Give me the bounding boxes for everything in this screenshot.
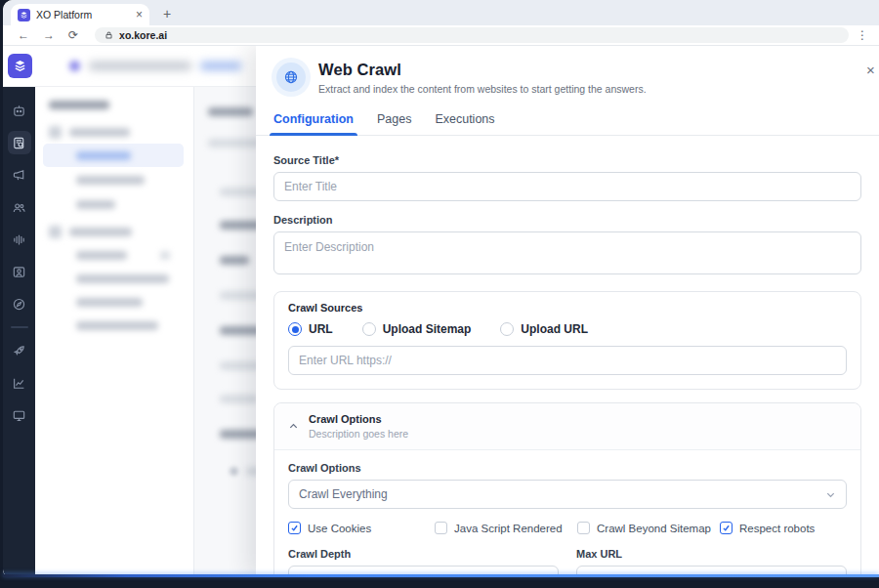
description-label: Description: [273, 214, 861, 226]
radio-unselected-icon: [500, 322, 514, 336]
tab-pages[interactable]: Pages: [377, 112, 411, 135]
monitor-icon[interactable]: [8, 403, 31, 427]
checkbox-javascript-rendered[interactable]: Java Script Rendered: [435, 522, 577, 534]
crawl-options-card: Crawl Options Description goes here Craw…: [273, 402, 861, 577]
radio-upload-sitemap[interactable]: Upload Sitemap: [362, 322, 472, 336]
drawer-tabs: Configuration Pages Executions: [256, 112, 879, 136]
sidebar-item-active-label: [76, 151, 131, 160]
browser-tab[interactable]: XO Platform ×: [11, 4, 149, 25]
tab-close-icon[interactable]: ×: [136, 9, 143, 21]
checkbox-checked-icon: [288, 522, 301, 534]
workspace-avatar: [69, 61, 80, 71]
lock-icon: [105, 30, 113, 40]
drawer-subtitle: Extract and index the content from websi…: [318, 83, 647, 95]
sidebar-item[interactable]: [76, 200, 115, 209]
compass-icon[interactable]: [8, 292, 31, 315]
radio-upload-sitemap-label: Upload Sitemap: [383, 322, 472, 336]
rail-divider: [11, 326, 28, 328]
source-title-label: Source Title*: [273, 154, 861, 166]
bot-icon[interactable]: [8, 99, 31, 122]
checkbox-respect-robots[interactable]: Respect robots: [720, 522, 847, 534]
new-tab-icon[interactable]: +: [163, 6, 171, 21]
sidebar-item[interactable]: [49, 126, 130, 139]
content-text-placeholder: [220, 251, 249, 269]
rocket-icon[interactable]: [8, 339, 31, 362]
account-switcher-blurred[interactable]: [69, 61, 241, 71]
sidebar-item[interactable]: [76, 321, 158, 330]
sidebar-item[interactable]: [49, 226, 132, 238]
crawl-options-select-label: Crawl Options: [288, 462, 847, 474]
sidebar-item[interactable]: [76, 176, 145, 185]
description-input[interactable]: [273, 231, 861, 274]
browser-window: XO Platform × + ← → ⟳ xo.kore.ai ⋮: [3, 0, 879, 577]
sidebar-section-heading: [49, 101, 109, 109]
browser-menu-icon[interactable]: ⋮: [857, 28, 867, 42]
address-bar[interactable]: xo.kore.ai: [95, 27, 849, 43]
web-globe-icon: [276, 63, 306, 92]
crawl-source-radio-group: URL Upload Sitemap Upload URL: [288, 322, 847, 336]
back-icon[interactable]: ←: [18, 29, 29, 41]
knowledge-search-icon[interactable]: [8, 131, 31, 154]
chevron-up-icon: [288, 421, 299, 432]
crawl-limits-row: Crawl Depth Max URL: [288, 548, 847, 577]
browser-toolbar: ← → ⟳ xo.kore.ai ⋮: [3, 25, 879, 46]
xo-platform-favicon: [18, 9, 30, 21]
tab-title: XO Platform: [36, 9, 130, 21]
sidebar-item[interactable]: [76, 274, 169, 283]
crawl-options-subtitle: Description goes here: [309, 428, 408, 440]
source-title-input[interactable]: [273, 172, 861, 201]
crawl-options-checkboxes: Use Cookies Java Script Rendered Crawl B…: [288, 522, 847, 534]
refresh-icon[interactable]: ⟳: [68, 29, 78, 41]
web-crawl-drawer: Web Crawl Extract and index the content …: [256, 46, 879, 577]
crawl-depth-label: Crawl Depth: [288, 548, 559, 560]
xo-platform-app: Web Crawl Extract and index the content …: [3, 46, 879, 577]
browser-tab-strip: XO Platform × +: [3, 0, 879, 25]
crawl-options-body: Crawl Options Crawl Everything Use Cooki…: [274, 450, 860, 577]
checkbox-unchecked-icon: [577, 522, 590, 534]
checkbox-javascript-rendered-label: Java Script Rendered: [454, 523, 563, 534]
crawl-url-input[interactable]: [288, 346, 847, 375]
url-text: xo.kore.ai: [119, 29, 167, 41]
checkbox-use-cookies[interactable]: Use Cookies: [288, 522, 435, 534]
drawer-header: Web Crawl Extract and index the content …: [256, 46, 879, 103]
radio-upload-url[interactable]: Upload URL: [500, 322, 588, 336]
sidebar-item[interactable]: [76, 251, 170, 260]
switch-link-placeholder: [200, 62, 241, 70]
checkbox-respect-robots-label: Respect robots: [739, 523, 815, 534]
checkbox-checked-icon: [720, 522, 732, 534]
close-icon[interactable]: ×: [866, 62, 879, 78]
tab-configuration[interactable]: Configuration: [273, 112, 354, 135]
content-heading-placeholder: [208, 103, 253, 120]
drawer-title: Web Crawl: [318, 61, 647, 79]
crawl-sources-title: Crawl Sources: [288, 302, 847, 314]
kore-logo[interactable]: [8, 54, 32, 78]
crawl-options-header[interactable]: Crawl Options Description goes here: [274, 403, 860, 450]
workspace-name-placeholder: [89, 62, 191, 70]
radio-upload-url-label: Upload URL: [521, 322, 588, 336]
crawl-options-select-value: Crawl Everything: [299, 487, 388, 501]
users-icon[interactable]: [8, 195, 31, 219]
agent-card-icon[interactable]: [8, 260, 31, 283]
waveform-icon[interactable]: [8, 228, 31, 251]
forward-icon[interactable]: →: [43, 29, 55, 41]
analytics-chart-icon[interactable]: [8, 371, 31, 395]
secondary-sidebar-blurred: [35, 87, 194, 577]
checkbox-use-cookies-label: Use Cookies: [308, 523, 371, 534]
configuration-form: Source Title* Description Crawl Sources …: [256, 136, 879, 577]
radio-unselected-icon: [362, 322, 376, 336]
checkbox-unchecked-icon: [435, 522, 447, 534]
checkbox-crawl-beyond-sitemap-label: Crawl Beyond Sitemap: [597, 523, 711, 534]
left-icon-rail: [3, 87, 35, 577]
tab-executions[interactable]: Executions: [435, 112, 494, 135]
crawl-options-title: Crawl Options: [309, 413, 408, 425]
crawl-sources-card: Crawl Sources URL Upload Sitemap Uplo: [273, 291, 861, 390]
megaphone-icon[interactable]: [8, 163, 31, 187]
content-text-placeholder: [220, 390, 259, 407]
checkbox-crawl-beyond-sitemap[interactable]: Crawl Beyond Sitemap: [577, 522, 720, 534]
chevron-down-icon: [825, 489, 836, 500]
max-url-label: Max URL: [576, 548, 847, 560]
window-bottom-glow: [3, 574, 879, 577]
crawl-options-select[interactable]: Crawl Everything: [288, 480, 847, 509]
sidebar-item[interactable]: [76, 298, 143, 307]
radio-url[interactable]: URL: [288, 322, 333, 336]
